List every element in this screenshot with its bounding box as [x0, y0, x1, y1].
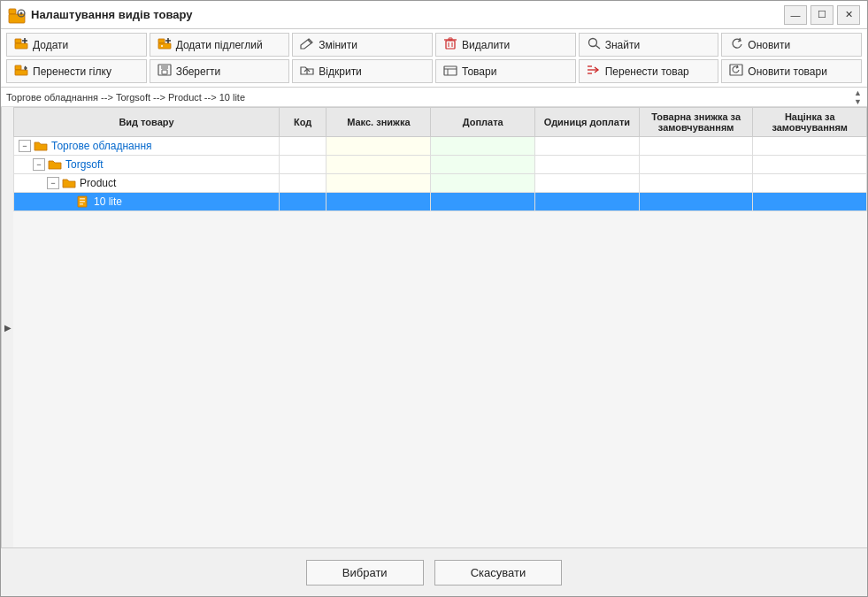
cancel-button[interactable]: Скасувати: [434, 560, 563, 586]
select-button[interactable]: Вибрати: [306, 560, 424, 586]
folder-icon: [48, 158, 62, 171]
minimize-button[interactable]: —: [784, 5, 807, 25]
goods-button[interactable]: Товари: [435, 59, 576, 83]
col-header-code: Код: [279, 108, 326, 137]
unit-cell: [535, 137, 640, 156]
find-label: Знайти: [605, 39, 640, 51]
svg-rect-33: [444, 66, 457, 75]
svg-rect-12: [158, 39, 165, 43]
unit-cell: [535, 156, 640, 174]
title-controls: — ☐ ✕: [784, 5, 860, 25]
refresh-goods-button[interactable]: Оновити товари: [721, 59, 862, 83]
toggle-expand[interactable]: −: [19, 140, 31, 152]
close-button[interactable]: ✕: [837, 5, 860, 25]
svg-rect-27: [15, 70, 27, 75]
breadcrumb: Торгове обладнання --> Torgsoft --> Prod…: [6, 92, 245, 103]
open-icon: [300, 64, 314, 79]
edit-label: Змінити: [319, 39, 357, 51]
discount-cell: [639, 193, 753, 211]
discount-cell: [639, 174, 753, 193]
move-branch-icon: [14, 64, 28, 79]
svg-line-25: [595, 46, 600, 50]
add-child-button[interactable]: Додати підлеглий: [150, 33, 290, 57]
delete-label: Видалити: [462, 39, 510, 51]
extra-cell: [431, 137, 535, 156]
code-cell: [279, 193, 326, 211]
refresh-button[interactable]: Оновити: [721, 33, 862, 57]
folder-icon: [62, 177, 76, 189]
extra-cell: [431, 193, 535, 211]
refresh-label: Оновити: [748, 39, 790, 51]
add-child-icon: [157, 37, 172, 52]
maximize-button[interactable]: ☐: [810, 5, 833, 25]
svg-rect-31: [162, 70, 167, 74]
col-header-extra: Доплата: [431, 108, 535, 137]
goods-icon: [443, 64, 457, 79]
svg-rect-21: [449, 38, 452, 40]
save-button[interactable]: Зберегти: [150, 59, 290, 83]
table-row[interactable]: − Product: [14, 174, 867, 193]
name-cell: − Торгове обладнання: [14, 137, 280, 156]
content-area: ▶ Вид товару Код Макс. знижка Доплата Од…: [1, 107, 867, 547]
save-icon: [157, 64, 172, 79]
save-label: Зберегти: [176, 65, 221, 78]
nav-down-icon[interactable]: ▼: [854, 97, 862, 106]
svg-rect-30: [161, 65, 168, 69]
add-child-label: Додати підлеглий: [176, 39, 263, 51]
name-cell: − Product: [14, 174, 280, 193]
move-goods-icon: [587, 64, 601, 79]
goods-label: Товари: [462, 65, 496, 78]
title-bar: Налаштування видів товару — ☐ ✕: [1, 1, 867, 29]
open-label: Відкрити: [319, 65, 362, 78]
find-button[interactable]: Знайти: [579, 33, 719, 57]
svg-rect-1: [9, 14, 25, 23]
refresh-goods-icon: [729, 64, 743, 79]
bottom-bar: Вибрати Скасувати: [1, 547, 867, 596]
svg-rect-13: [158, 43, 171, 49]
markup-cell: [753, 193, 867, 211]
title-left: Налаштування видів товару: [8, 6, 192, 24]
toggle-expand[interactable]: −: [33, 158, 45, 171]
edit-button[interactable]: Змінити: [292, 33, 433, 57]
row-label: Торгове обладнання: [51, 140, 152, 152]
left-indicator[interactable]: ▶: [1, 107, 13, 547]
name-cell: 10 lite: [14, 193, 280, 211]
breadcrumb-nav: ▲ ▼: [854, 88, 862, 106]
maxdisc-cell: [326, 193, 431, 211]
add-button[interactable]: Додати: [6, 33, 147, 57]
delete-button[interactable]: Видалити: [435, 33, 576, 57]
table-row[interactable]: 10 lite: [14, 193, 867, 211]
table-scroll[interactable]: Вид товару Код Макс. знижка Доплата Один…: [13, 107, 867, 547]
toggle-expand[interactable]: −: [47, 177, 59, 189]
col-header-discount: Товарна знижка за замовчуванням: [639, 108, 753, 137]
table-row[interactable]: − Торгове обладнання: [14, 137, 867, 156]
main-window: Налаштування видів товару — ☐ ✕ Додати Д…: [0, 0, 868, 597]
app-icon: [8, 6, 26, 24]
table-row[interactable]: − Torgsoft: [14, 156, 867, 174]
move-goods-button[interactable]: Перенести товар: [579, 59, 719, 83]
open-button[interactable]: Відкрити: [292, 59, 433, 83]
svg-rect-19: [446, 41, 455, 49]
col-header-name: Вид товару: [14, 108, 280, 137]
code-cell: [279, 156, 326, 174]
svg-rect-43: [80, 203, 83, 205]
discount-cell: [639, 137, 753, 156]
find-icon: [587, 37, 601, 52]
name-cell: − Torgsoft: [14, 156, 280, 174]
code-cell: [279, 174, 326, 193]
row-label: Torgsoft: [65, 158, 104, 171]
col-header-unit: Одиниця доплати: [535, 108, 640, 137]
unit-cell: [535, 174, 640, 193]
svg-point-24: [588, 39, 596, 47]
svg-rect-41: [80, 198, 85, 200]
breadcrumb-area: Торгове обладнання --> Torgsoft --> Prod…: [1, 88, 867, 107]
edit-icon: [300, 37, 314, 52]
svg-rect-9: [15, 43, 27, 49]
row-label: Product: [80, 177, 116, 189]
nav-up-icon[interactable]: ▲: [854, 88, 862, 97]
delete-icon: [443, 37, 457, 52]
move-branch-button[interactable]: Перенести гілку: [6, 59, 147, 83]
col-header-markup: Націнка за замовчуванням: [753, 108, 867, 137]
add-label: Додати: [33, 39, 68, 51]
markup-cell: [753, 174, 867, 193]
